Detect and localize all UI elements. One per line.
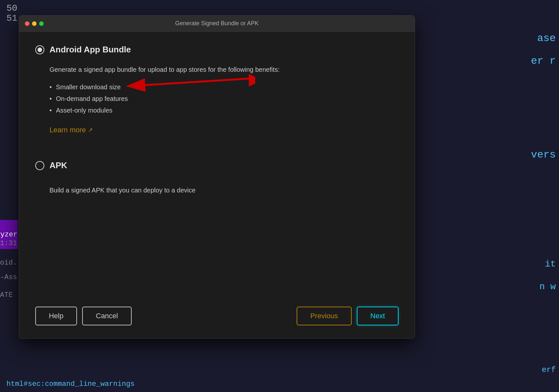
next-button[interactable]: Next bbox=[357, 307, 399, 325]
line-51: 51 bbox=[6, 13, 17, 23]
bottom-link: html#sec:command_line_warnings bbox=[6, 380, 135, 388]
button-row: Help Cancel Previous Next bbox=[35, 300, 399, 325]
apk-description: Build a signed APK that you can deploy t… bbox=[49, 187, 399, 194]
maximize-button[interactable] bbox=[39, 21, 44, 26]
bg-right-text-2: er r bbox=[531, 55, 559, 67]
apk-radio[interactable] bbox=[35, 161, 44, 170]
traffic-lights bbox=[25, 21, 44, 26]
bottom-bar: html#sec:command_line_warnings bbox=[0, 376, 559, 392]
apk-label: APK bbox=[49, 160, 67, 170]
bg-right-text-1: ase bbox=[537, 32, 559, 44]
bundle-benefits: Smaller download size On-demand app feat… bbox=[49, 81, 399, 116]
bg-code2: -Ass bbox=[0, 273, 18, 281]
section-divider bbox=[35, 150, 399, 151]
benefit-3: Asset-only modules bbox=[49, 104, 399, 116]
window-title: Generate Signed Bundle or APK bbox=[175, 20, 258, 27]
minimize-button[interactable] bbox=[32, 21, 37, 26]
dialog-content: Android App Bundle Generate a signed app… bbox=[19, 32, 415, 338]
android-bundle-label: Android App Bundle bbox=[49, 45, 131, 55]
bg-time: 1:31 bbox=[0, 239, 18, 247]
android-bundle-radio[interactable] bbox=[35, 45, 44, 54]
previous-button[interactable]: Previous bbox=[297, 307, 352, 325]
right-buttons: Previous Next bbox=[297, 307, 399, 325]
benefit-1: Smaller download size bbox=[49, 81, 399, 93]
learn-more-text: Learn more bbox=[49, 126, 86, 134]
learn-more-link[interactable]: Learn more ↗ bbox=[49, 126, 399, 134]
bg-code1: oid. bbox=[0, 259, 18, 267]
line-50: 50 bbox=[6, 3, 17, 13]
apk-option[interactable]: APK bbox=[35, 160, 399, 170]
android-bundle-option[interactable]: Android App Bundle bbox=[35, 45, 399, 55]
sidebar-label: yzer bbox=[0, 231, 17, 239]
learn-more-arrow-icon: ↗ bbox=[88, 126, 93, 134]
bg-right-it: it bbox=[545, 259, 556, 269]
bg-right-text-3: vers bbox=[531, 149, 559, 161]
title-bar: Generate Signed Bundle or APK bbox=[19, 16, 415, 32]
help-button[interactable]: Help bbox=[35, 307, 77, 325]
benefit-2: On-demand app features bbox=[49, 93, 399, 104]
bundle-description: Generate a signed app bundle for upload … bbox=[49, 64, 399, 75]
bg-perf: erf bbox=[542, 365, 556, 374]
bg-ate: ATE bbox=[0, 291, 18, 299]
dialog-window: Generate Signed Bundle or APK Android Ap… bbox=[19, 15, 415, 339]
cancel-button[interactable]: Cancel bbox=[82, 307, 131, 325]
bg-right-nw: n w bbox=[540, 282, 556, 292]
left-buttons: Help Cancel bbox=[35, 307, 132, 325]
close-button[interactable] bbox=[25, 21, 29, 26]
